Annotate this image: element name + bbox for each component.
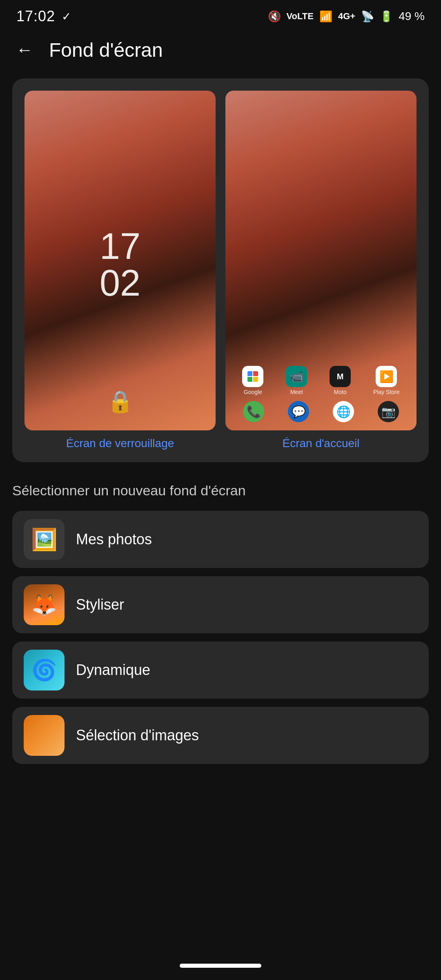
bottom-nav-indicator bbox=[0, 956, 441, 980]
lock-screen-label: Écran de verrouillage bbox=[66, 437, 174, 450]
status-left: 17:02 ✓ bbox=[16, 8, 71, 25]
lock-screen-content: 17 02 🔒 bbox=[24, 91, 216, 430]
dynamique-icon-img: 🌀 bbox=[24, 650, 65, 690]
home-app-row: Google 📹 Meet M Moto bbox=[231, 366, 411, 395]
styliser-icon: 🦊 bbox=[24, 584, 65, 625]
section-title: Sélectionner un nouveau fond d'écran bbox=[0, 479, 441, 511]
menu-item-mes-photos[interactable]: 🖼️ Mes photos bbox=[12, 511, 429, 568]
mute-icon: 🔇 bbox=[268, 10, 281, 23]
page-title: Fond d'écran bbox=[49, 39, 163, 61]
preview-card: 17 02 🔒 Écran de verrouillage bbox=[12, 78, 429, 462]
styliser-icon-glyph: 🦊 bbox=[31, 593, 57, 617]
back-button[interactable]: ← bbox=[12, 38, 37, 62]
chrome-icon: 🌐 bbox=[336, 405, 351, 419]
app-play-store: ▶️ Play Store bbox=[373, 366, 400, 395]
dynamique-icon: 🌀 bbox=[24, 650, 65, 690]
dock-chrome: 🌐 bbox=[333, 401, 354, 422]
menu-item-styliser[interactable]: 🦊 Styliser bbox=[12, 576, 429, 633]
nav-pill bbox=[180, 964, 261, 968]
lock-icon-area: 🔒 bbox=[107, 389, 134, 414]
meet-icon-box: 📹 bbox=[286, 366, 307, 387]
messages-icon: 💬 bbox=[292, 405, 306, 419]
app-moto: M Moto bbox=[330, 366, 351, 395]
google-label: Google bbox=[244, 389, 262, 395]
check-icon: ✓ bbox=[62, 10, 71, 23]
selection-images-label: Sélection d'images bbox=[76, 727, 199, 744]
play-store-icon-box: ▶️ bbox=[376, 366, 397, 387]
phone-icon: 📞 bbox=[247, 405, 261, 419]
battery-icon: 🔋 bbox=[380, 10, 393, 23]
battery-level: 49 % bbox=[399, 10, 425, 23]
status-bar: 17:02 ✓ 🔇 VoLTE 📶 4G+ 📡 🔋 49 % bbox=[0, 0, 441, 29]
dock-camera: 📷 bbox=[378, 401, 399, 422]
mes-photos-label: Mes photos bbox=[76, 531, 152, 548]
google-grid-icon bbox=[247, 371, 258, 382]
network-icon: 4G+ bbox=[338, 11, 355, 22]
home-dock-row: 📞 💬 🌐 📷 bbox=[231, 401, 411, 422]
dock-phone: 📞 bbox=[243, 401, 264, 422]
lock-screen-thumb: 17 02 🔒 bbox=[24, 91, 216, 430]
meet-label: Meet bbox=[290, 389, 303, 395]
back-arrow-icon: ← bbox=[16, 40, 33, 60]
camera-icon: 📷 bbox=[381, 405, 396, 419]
moto-label: Moto bbox=[334, 389, 347, 395]
signal-icon: 📡 bbox=[361, 10, 374, 23]
mes-photos-icon: 🖼️ bbox=[24, 519, 65, 560]
play-store-icon: ▶️ bbox=[379, 370, 394, 383]
dock-messages: 💬 bbox=[288, 401, 309, 422]
app-meet: 📹 Meet bbox=[286, 366, 307, 395]
meet-icon: 📹 bbox=[290, 370, 304, 383]
moto-icon-box: M bbox=[330, 366, 351, 387]
selection-images-icon bbox=[24, 715, 65, 756]
home-screen-preview[interactable]: Google 📹 Meet M Moto bbox=[225, 91, 416, 450]
selection-images-icon-img bbox=[24, 715, 65, 756]
styliser-label: Styliser bbox=[76, 596, 124, 613]
app-google: Google bbox=[242, 366, 263, 395]
volte-icon: VoLTE bbox=[287, 11, 314, 22]
photos-icon-glyph: 🖼️ bbox=[31, 527, 58, 552]
lock-minute: 02 bbox=[100, 265, 140, 301]
dynamique-label: Dynamique bbox=[76, 662, 150, 679]
moto-icon: M bbox=[337, 372, 344, 381]
lock-screen-preview[interactable]: 17 02 🔒 Écran de verrouillage bbox=[24, 91, 216, 450]
status-right: 🔇 VoLTE 📶 4G+ 📡 🔋 49 % bbox=[268, 10, 425, 23]
google-icon-box bbox=[242, 366, 263, 387]
lock-hour: 17 bbox=[100, 228, 140, 265]
top-nav: ← Fond d'écran bbox=[0, 29, 441, 74]
menu-item-selection-images[interactable]: Sélection d'images bbox=[12, 707, 429, 764]
lock-icon: 🔒 bbox=[107, 390, 134, 413]
dynamique-icon-glyph: 🌀 bbox=[31, 658, 57, 682]
home-screen-content: Google 📹 Meet M Moto bbox=[225, 91, 416, 430]
play-store-label: Play Store bbox=[373, 389, 400, 395]
menu-item-dynamique[interactable]: 🌀 Dynamique bbox=[12, 641, 429, 699]
styliser-icon-img: 🦊 bbox=[24, 584, 65, 625]
home-screen-label: Écran d'accueil bbox=[283, 437, 360, 450]
menu-list: 🖼️ Mes photos 🦊 Styliser 🌀 Dynamique Sél… bbox=[0, 511, 441, 780]
status-time: 17:02 bbox=[16, 8, 55, 25]
wifi-icon: 📶 bbox=[319, 10, 332, 23]
home-screen-thumb: Google 📹 Meet M Moto bbox=[225, 91, 416, 430]
